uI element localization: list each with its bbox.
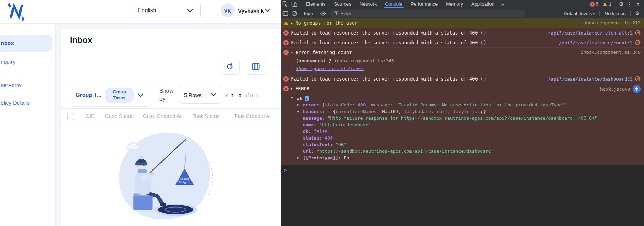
empty-sign-text: Configured — [179, 181, 190, 184]
open-in-network-icon[interactable] — [635, 76, 641, 82]
tab-elements[interactable]: Elements — [302, 0, 330, 8]
console-error-row[interactable]: × Failed to load resource: the server re… — [281, 74, 644, 84]
close-icon[interactable]: × — [634, 1, 642, 7]
prompt-chevron-icon: > — [284, 167, 287, 173]
error-icon: × — [283, 40, 289, 45]
warning-message: No groups for the user — [295, 20, 358, 26]
object-root-line[interactable]: ▼ wai — [291, 95, 641, 101]
show-ignore-listed-frames-link[interactable]: Show ignore-listed frames — [296, 66, 364, 71]
console-error-row[interactable]: × Failed to load resource: the server re… — [281, 38, 644, 48]
source-link[interactable]: inbox.component.ts:212 — [581, 20, 641, 25]
tab-application[interactable]: Application — [467, 0, 498, 8]
console-prompt[interactable]: > — [281, 165, 644, 175]
user-menu-chevron-icon[interactable] — [265, 8, 271, 12]
error-count-badge[interactable]: × 5 — [588, 2, 600, 7]
property-key: statusText: — [303, 142, 333, 147]
warning-count: 1 — [609, 2, 611, 7]
sidebar-item-inbox[interactable]: nbox — [0, 35, 52, 52]
issues-counter[interactable]: No Issues — [603, 11, 628, 16]
object-property-headers[interactable]: ▶ headers:i{normalizedNames:Map(0),lazyU… — [291, 108, 641, 115]
request-link[interactable]: /api?/case/instance/fetch-all:1 — [548, 30, 633, 36]
tab-network[interactable]: Network — [355, 0, 381, 8]
console-error-row[interactable]: × Failed to load resource: the server re… — [281, 28, 644, 38]
tab-memory[interactable]: Memory — [442, 0, 467, 8]
collapse-caret-icon[interactable]: ▼ — [291, 50, 293, 55]
column-header-case-status[interactable]: Case Status — [105, 113, 134, 119]
filter-input[interactable]: Filter — [330, 10, 525, 17]
request-link[interactable]: /api?/case/instance/dashboard:1 — [548, 76, 633, 82]
kebab-menu-icon[interactable]: ⋮ — [626, 1, 634, 7]
log-levels-select[interactable]: Default levels▾ — [561, 11, 597, 16]
column-header-cid[interactable]: CID — [86, 113, 95, 119]
divider — [61, 53, 281, 53]
funnel-icon — [334, 11, 338, 15]
tab-console[interactable]: Console — [381, 0, 407, 8]
page-range: 1 - 0 — [231, 93, 241, 98]
column-header-task-created-at[interactable]: Task Created At — [234, 113, 271, 119]
open-in-network-icon[interactable] — [635, 30, 641, 36]
inspect-element-icon[interactable] — [281, 0, 290, 8]
context-selector[interactable]: top▾ — [302, 11, 315, 16]
refresh-button[interactable] — [220, 59, 240, 75]
warning-icon — [283, 21, 289, 25]
frame-source-link[interactable]: inbox.component.ts:246 — [334, 58, 394, 63]
empty-state-illustration: No Task Configured — [107, 130, 221, 225]
preview-value: null, — [437, 109, 450, 114]
console-settings-gear-icon[interactable]: ⚙ — [634, 10, 641, 16]
tab-sources[interactable]: Sources — [330, 0, 355, 8]
language-select[interactable]: English — [129, 3, 201, 18]
column-header-task-status[interactable]: Task Status — [193, 113, 220, 119]
object-property-name: name:"HttpErrorResponse" — [291, 121, 641, 128]
avatar-initials: VK — [224, 8, 231, 14]
rows-per-page-select[interactable]: 5 Rows — [179, 86, 221, 104]
object-property-status: status:400 — [291, 135, 641, 141]
collapse-caret-icon[interactable]: ▼ — [291, 95, 294, 101]
sidebar-item-userform[interactable]: serForm — [1, 80, 21, 91]
error-object-header[interactable]: × ▶ ERROR hook.js:608 — [281, 84, 644, 94]
filter-placeholder: Filter — [341, 11, 351, 16]
preview-key: normalizedNames: — [336, 109, 379, 114]
expand-caret-icon[interactable]: ▶ — [297, 108, 301, 115]
prev-page-button[interactable]: ‹ — [226, 92, 228, 99]
object-property-error[interactable]: ▶ error:{statusCode:400,message:'Invalid… — [291, 101, 641, 108]
console-warning-row[interactable]: ▶ No groups for the user inbox.component… — [281, 18, 644, 28]
more-tabs-icon[interactable]: » — [498, 1, 507, 7]
sidebar-item-inquiry[interactable]: nquiry — [1, 57, 15, 67]
expand-caret-icon[interactable]: ▶ — [291, 86, 293, 92]
avatar[interactable]: VK — [221, 3, 235, 17]
settings-gear-icon[interactable]: ⚙ — [618, 1, 625, 7]
devtools-tabs: Elements Sources Network Console Perform… — [302, 0, 507, 8]
ai-insight-icon[interactable] — [633, 85, 641, 93]
next-page-button[interactable]: › — [256, 92, 259, 99]
property-key: [[Prototype]]: — [303, 155, 341, 160]
expand-caret-icon[interactable]: ▶ — [291, 20, 293, 26]
warning-count-badge[interactable]: 1 — [601, 2, 613, 7]
sidebar-item-policy-details[interactable]: olicy Details — [1, 98, 30, 108]
clear-console-icon[interactable] — [290, 9, 299, 17]
expand-caret-icon[interactable]: ▶ — [297, 155, 301, 161]
open-in-network-icon[interactable] — [635, 40, 641, 45]
group-tasks-select[interactable]: Group T... Group Tasks — [71, 84, 150, 107]
info-badge-icon[interactable]: i — [305, 96, 309, 101]
select-all-checkbox[interactable] — [67, 113, 74, 120]
source-link[interactable]: hook.js:608 — [600, 86, 630, 92]
expand-caret-icon[interactable]: ▶ — [297, 101, 301, 108]
columns-button[interactable] — [246, 59, 266, 75]
source-link[interactable]: inbox.component.ts:246 — [581, 50, 641, 55]
error-icon: × — [283, 86, 289, 91]
object-property-prototype[interactable]: ▶ [[Prototype]]:Po — [291, 155, 641, 161]
tab-performance[interactable]: Performance — [407, 0, 442, 8]
divider — [157, 82, 157, 109]
property-key: error: — [303, 102, 319, 107]
error-message: error fetching count — [295, 50, 352, 55]
device-toolbar-icon[interactable] — [290, 0, 299, 8]
inbox-card: Inbox Group T... Group — [61, 29, 281, 226]
error-group-header[interactable]: × ▼ error fetching count inbox.component… — [281, 48, 644, 57]
request-link[interactable]: /api?/case/instance/count:1 — [559, 40, 633, 45]
screen: English VK Vyshakh k nbox nquiry — [0, 0, 644, 226]
divider — [300, 1, 300, 7]
console-sidebar-icon[interactable] — [281, 9, 290, 17]
live-expression-eye-icon[interactable] — [319, 9, 328, 17]
property-value: false — [314, 129, 327, 134]
column-header-case-created-at[interactable]: Case Created At — [143, 113, 181, 119]
